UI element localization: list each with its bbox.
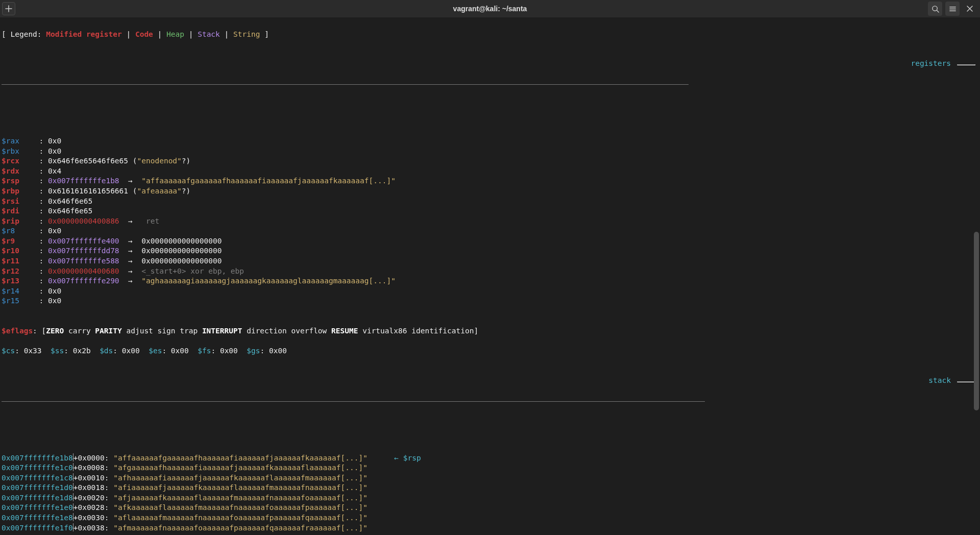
register-row: $rbx : 0x0 [2, 147, 978, 157]
register-row: $rcx : 0x646f6e65646f6e65 ("enodenod"?) [2, 156, 978, 166]
eflags-line: $eflags: [ZERO carry PARITY adjust sign … [2, 326, 978, 336]
search-button[interactable] [928, 2, 942, 16]
register-row: $rax : 0x0 [2, 136, 978, 147]
hamburger-icon [949, 5, 957, 13]
register-row: $r9 : 0x007fffffffe400 → 0x0000000000000… [2, 236, 978, 247]
registers-section-label: registers [908, 59, 954, 69]
register-row: $r10 : 0x007fffffffdd78 → 0x000000000000… [2, 246, 978, 256]
search-icon [932, 5, 939, 13]
registers-section-header: registers [2, 59, 978, 115]
stack-row: 0x007fffffffe1f0+0x0038: "afmaaaaaafnaaa… [2, 523, 978, 533]
stack-block: 0x007fffffffe1b8+0x0000: "affaaaaaafgaaa… [2, 453, 978, 533]
eflags-suffix: ] [474, 327, 478, 335]
stack-row: 0x007fffffffe1e0+0x0028: "afkaaaaaaflaaa… [2, 503, 978, 513]
menu-button[interactable] [945, 2, 960, 16]
legend-modified: Modified register [46, 30, 121, 38]
register-row: $r11 : 0x007fffffffe588 → 0x000000000000… [2, 256, 978, 266]
stack-row: 0x007fffffffe1d8+0x0020: "afjaaaaaafkaaa… [2, 493, 978, 503]
registers-block: $rax : 0x0$rbx : 0x0$rcx : 0x646f6e65646… [2, 136, 978, 306]
legend-string: String [233, 30, 260, 38]
register-row: $rbp : 0x6161616161656661 ("afeaaaaa"?) [2, 186, 978, 197]
register-row: $rsp : 0x007fffffffe1b8 → "affaaaaaafgaa… [2, 176, 978, 186]
legend-code: Code [135, 30, 153, 38]
register-row: $rsi : 0x646f6e65 [2, 197, 978, 207]
segment-registers: $cs: 0x33 $ss: 0x2b $ds: 0x00 $es: 0x00 … [2, 346, 978, 356]
stack-row: 0x007fffffffe1e8+0x0030: "aflaaaaaafmaaa… [2, 513, 978, 523]
legend-suffix: ] [260, 30, 268, 38]
register-row: $r13 : 0x007fffffffe290 → "aghaaaaaagiaa… [2, 276, 978, 286]
terminal-output[interactable]: [ Legend: Modified register | Code | Hea… [0, 17, 980, 535]
legend-prefix: [ Legend: [2, 30, 46, 38]
stack-row: 0x007fffffffe1d0+0x0018: "afiaaaaaafjaaa… [2, 483, 978, 493]
register-row: $r15 : 0x0 [2, 296, 978, 306]
new-tab-button[interactable] [2, 2, 15, 15]
window-titlebar: vagrant@kali: ~/santa [0, 0, 980, 17]
close-button[interactable] [963, 2, 977, 16]
scrollbar-thumb[interactable] [974, 232, 979, 410]
legend-stack: Stack [198, 30, 220, 38]
register-row: $r8 : 0x0 [2, 226, 978, 236]
eflags-prefix: : [ [33, 327, 46, 335]
register-row: $r14 : 0x0 [2, 286, 978, 297]
scrollbar[interactable] [973, 17, 980, 535]
close-icon [967, 6, 973, 12]
eflags-flags: ZERO carry PARITY adjust sign trap INTER… [46, 327, 474, 335]
legend-line: [ Legend: Modified register | Code | Hea… [2, 30, 978, 40]
register-row: $rdi : 0x646f6e65 [2, 206, 978, 216]
plus-icon [5, 5, 12, 12]
register-row: $rip : 0x00000000400886 → ret [2, 216, 978, 227]
stack-row: 0x007fffffffe1b8+0x0000: "affaaaaaafgaaa… [2, 453, 978, 464]
register-row: $rdx : 0x4 [2, 166, 978, 177]
legend-heap: Heap [166, 30, 184, 38]
register-row: $r12 : 0x00000000400680 → <_start+0> xor… [2, 266, 978, 277]
stack-section-header: stack [2, 376, 978, 432]
stack-row: 0x007fffffffe1c0+0x0008: "afgaaaaaafhaaa… [2, 463, 978, 473]
stack-row: 0x007fffffffe1c8+0x0010: "afhaaaaaafiaaa… [2, 473, 978, 483]
window-title: vagrant@kali: ~/santa [0, 4, 980, 14]
eflags-name: $eflags [2, 327, 33, 335]
stack-section-label: stack [925, 376, 954, 386]
